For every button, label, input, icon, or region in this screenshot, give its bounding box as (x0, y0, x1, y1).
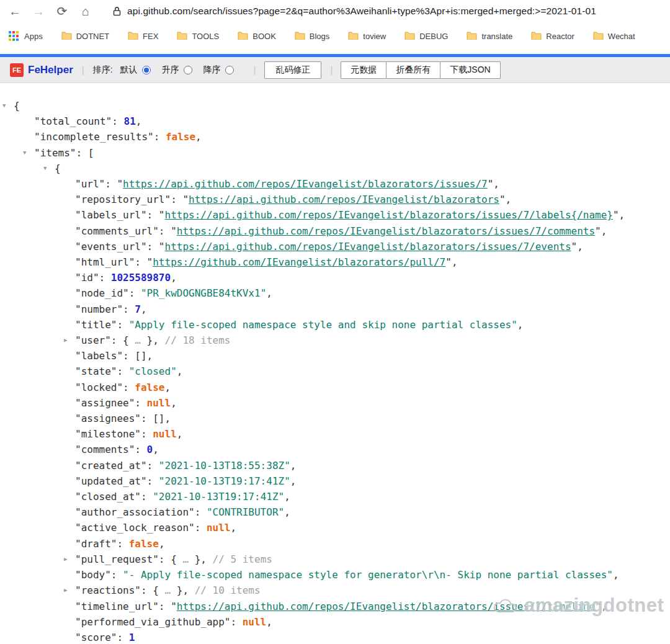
json-comment: // 5 items (213, 553, 272, 565)
json-key: "labels_url" (75, 209, 147, 221)
folder-icon (348, 31, 359, 42)
json-line: "state": "closed", (0, 364, 670, 379)
json-link[interactable]: https://api.github.com/repos/IEvangelist… (165, 209, 613, 221)
json-comment: // 10 items (195, 584, 261, 596)
bookmark-item[interactable]: Wechat (593, 31, 635, 42)
collapse-icon[interactable]: ▼ (2, 98, 6, 114)
download-json-button[interactable]: 下载JSON (440, 61, 500, 79)
json-key: "score" (75, 632, 117, 643)
back-button[interactable]: ← (5, 2, 25, 20)
json-line: "performed_via_github_app": null, (0, 614, 670, 630)
bookmark-label: BOOK (252, 32, 276, 41)
address-bar[interactable]: api.github.com/search/issues?page=2&q=au… (113, 2, 665, 20)
json-punct: , (171, 272, 177, 284)
sort-option-0[interactable]: 默认 (120, 65, 151, 76)
json-literal: null (243, 616, 267, 628)
bookmark-item[interactable]: toview (348, 31, 386, 42)
bookmark-item[interactable]: translate (467, 31, 512, 42)
json-key: "state" (75, 365, 117, 377)
folder-icon (593, 31, 604, 42)
forward-button[interactable]: → (29, 2, 48, 20)
json-key: "body" (75, 569, 111, 581)
json-punct: : (123, 382, 135, 393)
json-link[interactable]: https://github.com/IEvangelist/blazorato… (153, 256, 445, 268)
json-punct: ", (445, 256, 457, 268)
sort-option-2[interactable]: 降序 (203, 65, 234, 76)
json-key: "html_url" (75, 256, 135, 268)
radio-icon[interactable] (225, 66, 234, 74)
json-punct: : (195, 506, 207, 518)
json-comment: // 18 items (165, 334, 231, 346)
json-punct: : " (159, 225, 177, 237)
bookmark-item[interactable]: DOTNET (61, 31, 109, 42)
json-link[interactable]: https://api.github.com/repos/IEvangelist… (123, 178, 488, 190)
radio-icon[interactable] (142, 66, 151, 74)
json-literal: null (147, 397, 171, 409)
spacer (0, 50, 670, 54)
json-punct: : " (105, 178, 123, 190)
folder-icon (295, 31, 305, 42)
bookmark-item[interactable]: FEX (128, 31, 158, 42)
json-literal: false (166, 131, 195, 143)
json-key: "events_url" (75, 241, 147, 253)
json-literal: false (129, 538, 159, 550)
apps-grid-icon (9, 31, 19, 41)
json-string: "closed" (129, 365, 177, 377)
fix-encoding-button[interactable]: 乱码修正 (264, 61, 321, 79)
json-punct: ", (571, 241, 583, 253)
json-punct: { (14, 100, 20, 112)
bookmark-item[interactable]: DEBUG (404, 31, 448, 42)
json-line: "author_association": "CONTRIBUTOR", (0, 504, 670, 520)
refresh-button[interactable]: ⟳ (52, 2, 72, 20)
json-link[interactable]: https://api.github.com/repos/IEvangelist… (189, 194, 499, 205)
bookmark-item[interactable]: Reactor (531, 31, 574, 42)
fehelper-brand: FeHelper (28, 64, 73, 76)
json-line: "html_url": "https://github.com/IEvangel… (0, 254, 670, 270)
json-link[interactable]: https://api.github.com/repos/IEvangelist… (177, 601, 595, 612)
expand-icon[interactable]: ▶ (64, 583, 67, 598)
json-line: ▼{ (0, 98, 670, 114)
sort-option-1[interactable]: 升序 (162, 65, 192, 76)
bookmark-label: Blogs (310, 32, 330, 41)
json-comment: … (165, 584, 171, 596)
sort-options: 默认升序降序 (120, 65, 245, 76)
json-line: "timeline_url": "https://api.github.com/… (0, 599, 670, 614)
json-key: "assignee" (75, 397, 135, 409)
bookmark-label: toview (363, 32, 386, 41)
json-punct: ", (499, 194, 511, 205)
json-line: "active_lock_reason": null, (0, 520, 670, 535)
collapse-icon[interactable]: ▼ (23, 145, 26, 161)
radio-icon[interactable] (184, 66, 192, 74)
json-key: "locked" (75, 382, 123, 393)
expand-icon[interactable]: ▶ (64, 552, 67, 567)
metadata-button[interactable]: 元数据 (341, 61, 386, 79)
json-number: 0 (147, 444, 153, 455)
home-button[interactable]: ⌂ (76, 2, 96, 20)
bookmark-item[interactable]: Blogs (295, 31, 330, 42)
bookmark-item[interactable]: TOOLS (177, 31, 219, 42)
collapse-all-button[interactable]: 折叠所有 (386, 61, 440, 79)
json-punct: , (171, 397, 177, 409)
json-line: "events_url": "https://api.github.com/re… (0, 239, 670, 254)
json-punct: , (517, 319, 524, 331)
json-punct: : (117, 365, 128, 377)
separator: | (254, 65, 256, 75)
url-text[interactable]: api.github.com/search/issues?page=2&q=au… (127, 6, 596, 17)
json-line: "closed_at": "2021-10-13T19:17:41Z", (0, 489, 670, 504)
folder-icon (238, 31, 248, 42)
expand-icon[interactable]: ▶ (64, 333, 67, 348)
browser-window: ← → ⟳ ⌂ api.github.com/search/issues?pag… (0, 0, 670, 644)
browser-toolbar: ← → ⟳ ⌂ api.github.com/search/issues?pag… (0, 0, 670, 22)
collapse-icon[interactable]: ▼ (43, 161, 47, 176)
json-key: "comments_url" (75, 225, 159, 237)
json-line: "repository_url": "https://api.github.co… (0, 192, 670, 207)
json-link[interactable]: https://api.github.com/repos/IEvangelist… (177, 225, 595, 237)
json-line: "comments": 0, (0, 442, 670, 457)
bookmark-item[interactable]: BOOK (238, 31, 276, 42)
json-line: ▶"user": { … }, // 18 items (0, 333, 670, 348)
json-line: "assignees": [], (0, 411, 670, 426)
bookmark-apps[interactable]: Apps (9, 31, 43, 41)
json-link[interactable]: https://api.github.com/repos/IEvangelist… (165, 241, 571, 253)
json-punct: : { (159, 553, 183, 565)
folder-icon (404, 31, 415, 42)
